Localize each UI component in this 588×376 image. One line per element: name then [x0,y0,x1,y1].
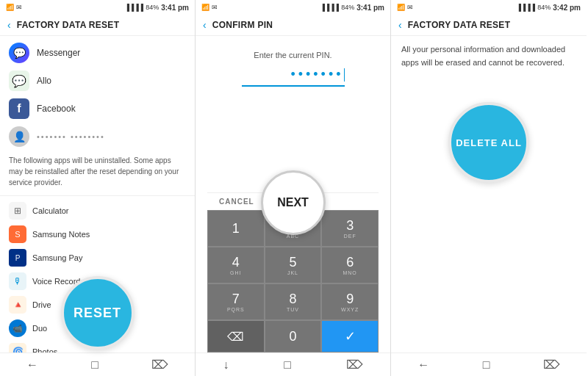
home-nav-p1[interactable]: □ [91,358,98,372]
back-nav-p3[interactable]: ← [417,358,429,372]
key-9-num: 9 [346,292,354,307]
home-nav-p2[interactable]: □ [284,358,291,372]
account-icon: 👤 [9,126,29,147]
status-bar-p3: 📶 ✉ ▐▐▐▐ 84% 3:42 pm [391,0,587,15]
facebook-label: Facebook [37,104,76,114]
app-item-calculator: ⊞ Calculator [0,199,195,223]
account-row: 👤 ••••••• •••••••• [0,123,195,151]
voice-icon: 🎙 [9,272,26,290]
key-7-sub: PQRS [227,307,245,312]
key-9[interactable]: 9 WXYZ [321,283,379,320]
key-3-num: 3 [346,218,354,234]
time-p1: 3:41 pm [161,4,189,12]
time-p2: 3:41 pm [356,4,384,12]
warning-text: The following apps will be uninstalled. … [0,151,195,192]
back-arrow-p3[interactable]: ‹ [398,19,402,31]
p2-content: Enter the current PIN. ••••••• NEXT CANC… [196,36,390,352]
facebook-icon: f [9,98,29,119]
key-6[interactable]: 6 MNO [321,247,379,283]
samsung-notes-icon: S [9,225,26,243]
p3-description: All your personal information and downlo… [401,43,576,69]
duo-label: Duo [32,324,47,333]
battery-p1: 84% [146,4,159,11]
next-button[interactable]: NEXT [261,170,326,235]
drive-icon: 🔺 [9,296,26,314]
p1-title: FACTORY DATA RESET [17,20,120,30]
delete-all-button[interactable]: DELETE ALL [448,102,529,183]
pin-cursor [344,68,345,82]
status-icons-p2: 📶 ✉ [201,4,218,11]
back-arrow-p2[interactable]: ‹ [203,19,207,31]
recent-nav-p3[interactable]: ⌦ [543,358,560,372]
key-0[interactable]: 0 [265,320,322,352]
key-backspace[interactable]: ⌫ [207,320,265,352]
key-3[interactable]: 3 DEF [321,210,379,247]
back-nav-p1[interactable]: ← [26,358,38,372]
key-5[interactable]: 5 JKL [265,247,322,283]
app-item-allo: 💬 Allo [0,67,195,95]
key-8-num: 8 [289,292,296,307]
app-item-messenger: 💬 Messenger [0,39,195,67]
pin-input-row[interactable]: ••••••• [242,67,345,87]
app-item-samsung-pay: P Samsung Pay [0,246,195,270]
home-nav-p3[interactable]: □ [483,358,490,372]
key-3-sub: DEF [344,234,356,239]
allo-label: Allo [37,76,51,86]
reset-button[interactable]: RESET [61,276,135,350]
signal-p1: ▐▐▐▐ [125,4,144,11]
key-4[interactable]: 4 GHI [207,247,265,283]
samsung-notes-label: Samsung Notes [32,230,90,239]
next-label: NEXT [277,196,309,209]
p2-title: CONFIRM PIN [212,20,273,30]
nav-bar-p1: ← □ ⌦ [0,352,195,376]
signal-p3: ▐▐▐▐ [517,4,536,11]
key-8[interactable]: 8 TUV [265,283,322,320]
samsung-pay-label: Samsung Pay [32,253,82,262]
key-5-sub: JKL [287,270,298,275]
key-8-sub: TUV [287,307,299,312]
status-bar-p2: 📶 ✉ ▐▐▐▐ 84% 3:41 pm [196,0,390,15]
p3-title: FACTORY DATA RESET [408,20,511,30]
key-6-num: 6 [346,255,354,270]
messenger-icon: 💬 [9,43,29,63]
allo-icon: 💬 [9,70,29,91]
app-item-samsung-notes: S Samsung Notes [0,223,195,246]
messenger-label: Messenger [37,48,80,58]
key-5-num: 5 [289,255,296,270]
app-item-facebook: f Facebook [0,95,195,123]
reset-button-container: RESET [61,276,135,350]
key-check[interactable]: ✓ [321,320,379,352]
key-1[interactable]: 1 [207,210,265,247]
duo-icon: 📹 [9,319,26,337]
key-9-sub: WXYZ [341,307,359,312]
status-bar-p1: 📶 ✉ ▐▐▐▐ 84% 3:41 pm [0,0,195,15]
cancel-button[interactable]: CANCEL [219,198,254,206]
key-4-num: 4 [232,255,240,270]
key-backspace-icon: ⌫ [227,330,244,344]
recent-nav-p2[interactable]: ⌦ [346,358,363,372]
back-arrow-p1[interactable]: ‹ [7,19,11,31]
battery-p2: 84% [341,4,354,11]
calculator-label: Calculator [32,206,69,215]
back-nav-p2[interactable]: ↓ [223,358,229,372]
p3-content: All your personal information and downlo… [391,36,587,352]
key-1-num: 1 [232,221,240,236]
pin-dots: ••••••• [290,67,343,82]
time-p3: 3:42 pm [553,4,581,12]
key-7[interactable]: 7 PQRS [207,283,265,320]
top-bar-p2: ‹ CONFIRM PIN [196,15,390,36]
key-6-sub: MNO [343,270,356,275]
status-icons-p3: 📶 ✉ [397,4,413,11]
recent-nav-p1[interactable]: ⌦ [151,358,168,372]
divider-p1 [0,195,195,196]
calculator-icon: ⊞ [9,202,26,220]
drive-label: Drive [32,300,51,309]
photos-label: Photos [32,347,57,352]
battery-p3: 84% [537,4,551,11]
delete-all-label: DELETE ALL [456,137,522,148]
nav-bar-p2: ↓ □ ⌦ [196,352,390,376]
top-bar-p1: ‹ FACTORY DATA RESET [0,15,195,36]
reset-label: RESET [74,306,121,321]
status-icons-p1: 📶 ✉ [6,4,22,11]
key-0-num: 0 [289,329,296,344]
